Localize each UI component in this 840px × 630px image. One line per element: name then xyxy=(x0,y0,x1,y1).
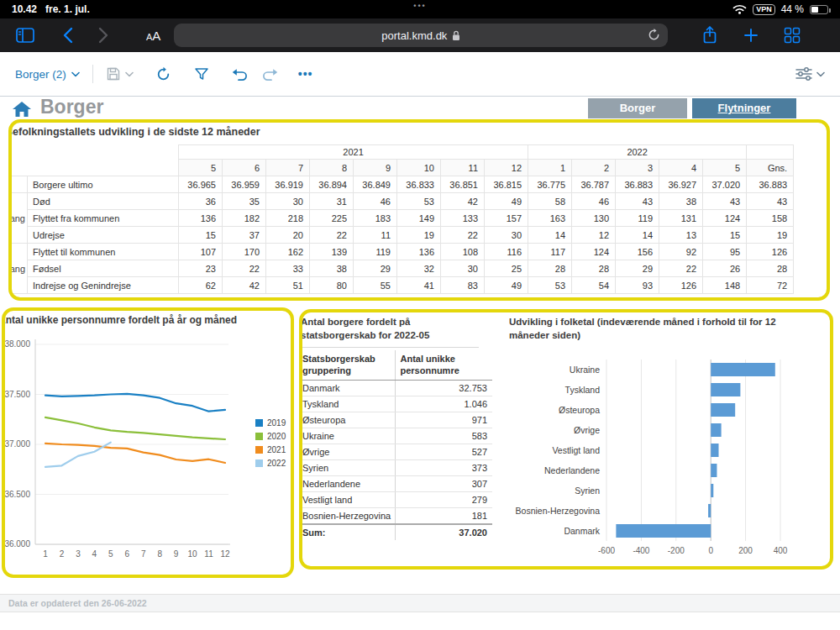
legend-item[interactable]: 2019 xyxy=(255,418,286,428)
count-cell: 373 xyxy=(395,459,492,475)
redo-button[interactable] xyxy=(261,67,278,81)
value-cell: 15 xyxy=(179,227,223,244)
month-header-cell: 8 xyxy=(310,160,354,176)
tab-flytninger[interactable]: Flytninger xyxy=(692,98,796,118)
value-cell: 22 xyxy=(441,227,485,244)
bar-Syrien xyxy=(711,484,713,497)
tab-overview-button[interactable] xyxy=(784,27,801,44)
citizenship-row: Ukraine583 xyxy=(302,428,492,444)
count-cell: 527 xyxy=(395,444,492,459)
citizenship-row: Bosnien-Herzegovina181 xyxy=(302,507,492,524)
count-cell: 307 xyxy=(395,475,492,491)
country-cell: Danmark xyxy=(302,380,395,396)
share-button[interactable] xyxy=(701,25,718,45)
citizenship-row: Øvrige527 xyxy=(302,444,492,459)
table-row: Borgere ultimo36.96536.95936.91936.89436… xyxy=(12,176,794,193)
corner-cell xyxy=(28,145,179,160)
month-header-cell: 2 xyxy=(572,160,616,176)
row-label: Fødsel xyxy=(28,260,179,277)
category-label: Tyskland xyxy=(565,385,601,395)
year-header-cell: 2022 xyxy=(528,145,747,160)
x-tick-label: 3 xyxy=(76,549,81,559)
sidebar-toggle-button[interactable] xyxy=(15,26,35,45)
filter-button[interactable] xyxy=(194,66,209,81)
share-icon xyxy=(701,25,718,45)
value-cell: 131 xyxy=(659,210,703,227)
value-cell: 53 xyxy=(528,277,572,294)
row-label: Borgere ultimo xyxy=(28,176,179,193)
row-label: Udrejse xyxy=(28,227,179,244)
new-tab-button[interactable] xyxy=(743,28,759,43)
value-cell: 12 xyxy=(572,227,616,244)
month-header-cell: 1 xyxy=(528,160,572,176)
status-bar: 10.42 fre. 1. jul. ••• VPN 44 % xyxy=(0,0,840,18)
value-cell: 25 xyxy=(485,260,528,277)
value-cell: 22 xyxy=(223,260,266,277)
value-cell: 36.787 xyxy=(572,176,616,193)
legend-label: 2019 xyxy=(267,418,286,428)
value-cell: 30 xyxy=(441,260,485,277)
row-label: Død xyxy=(28,193,179,210)
x-tick-label: 4 xyxy=(92,549,97,559)
value-cell: 95 xyxy=(703,244,747,260)
value-cell: 36.849 xyxy=(354,176,397,193)
category-label: Ukraine xyxy=(570,365,600,375)
toolbar-divider xyxy=(92,65,93,83)
sum-row: Sum:37.020 xyxy=(302,524,492,540)
month-header-cell: Gns. xyxy=(747,160,794,176)
value-cell: 29 xyxy=(616,260,659,277)
value-cell: 80 xyxy=(310,277,354,294)
value-cell: 93 xyxy=(616,277,659,294)
category-label: Bosnien-Herzegovina xyxy=(516,506,601,516)
x-tick-label: 8 xyxy=(157,549,162,559)
value-cell: 58 xyxy=(528,193,572,210)
value-cell: 139 xyxy=(310,244,354,260)
address-bar[interactable]: portal.kmd.dk xyxy=(174,24,668,47)
legend-item[interactable]: 2021 xyxy=(255,445,286,454)
tab-borger[interactable]: Borger xyxy=(588,98,687,118)
text-size-small: A xyxy=(146,32,152,42)
line-chart: 36.00036.50037.00037.50038.0001234567891… xyxy=(5,333,257,570)
value-cell: 42 xyxy=(223,277,266,294)
undo-button[interactable] xyxy=(232,67,249,81)
citizenship-row: Syrien373 xyxy=(302,459,492,475)
legend-item[interactable]: 2020 xyxy=(255,432,286,441)
year-header-empty xyxy=(747,145,794,160)
multitask-dots-icon: ••• xyxy=(413,2,426,10)
y-tick-label: 36.000 xyxy=(5,539,30,549)
value-cell: 36.883 xyxy=(616,176,659,193)
wifi-icon xyxy=(732,4,747,14)
reload-button[interactable] xyxy=(648,29,660,44)
value-cell: 225 xyxy=(310,210,354,227)
count-cell: 279 xyxy=(395,491,492,507)
month-header-cell: 7 xyxy=(266,160,310,176)
x-tick-label: -400 xyxy=(633,546,649,555)
refresh-button[interactable] xyxy=(155,66,171,82)
text-size-button[interactable]: AA xyxy=(146,29,160,43)
column-settings-button[interactable] xyxy=(795,67,825,81)
value-cell: 28 xyxy=(747,260,794,277)
x-tick-label: 11 xyxy=(204,549,213,559)
value-cell: 148 xyxy=(703,277,747,294)
back-button[interactable] xyxy=(62,26,74,45)
value-cell: 130 xyxy=(572,210,616,227)
value-cell: 54 xyxy=(572,277,616,294)
view-selector-dropdown[interactable]: Borger (2) xyxy=(15,68,80,81)
value-cell: 133 xyxy=(441,210,485,227)
country-cell: Syrien xyxy=(302,459,395,475)
value-cell: 20 xyxy=(266,227,310,244)
save-button[interactable] xyxy=(106,66,134,81)
text-size-large: A xyxy=(152,29,160,43)
legend-swatch xyxy=(255,459,263,467)
count-cell: 583 xyxy=(395,428,492,444)
forward-button[interactable] xyxy=(97,26,109,45)
home-button[interactable] xyxy=(12,100,32,122)
more-button[interactable]: ••• xyxy=(298,67,313,81)
row-group-label: Afgang xyxy=(12,193,28,244)
month-header-cell: 10 xyxy=(397,160,441,176)
bar-Tyskland xyxy=(711,383,740,396)
row-label: Flyttet til kommunen xyxy=(28,244,179,260)
bar-Vestligt land xyxy=(711,444,718,457)
legend-item[interactable]: 2022 xyxy=(255,459,286,468)
category-label: Vestligt land xyxy=(552,445,600,455)
